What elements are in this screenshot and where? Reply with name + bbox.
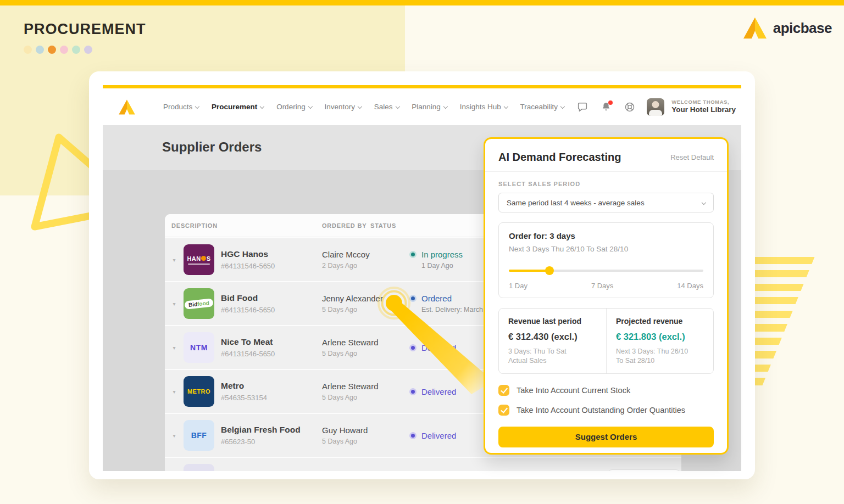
- nav-item-traceability[interactable]: Traceability: [520, 103, 564, 111]
- nav-item-inventory[interactable]: Inventory: [324, 103, 361, 111]
- slider-label-mid: 7 Days: [591, 282, 613, 290]
- description-cell: Bid Food#64131546-5650: [221, 293, 322, 314]
- chevron-down-icon: [443, 104, 448, 109]
- nav-item-planning[interactable]: Planning: [412, 103, 447, 111]
- app-logo-icon[interactable]: [118, 99, 136, 115]
- sales-period-select[interactable]: Same period last 4 weeks - average sales: [498, 193, 714, 212]
- row-expand-caret-icon[interactable]: ▾: [165, 389, 184, 395]
- top-accent-bar: [0, 0, 844, 5]
- description-cell: Belgian Fresh Food#65623-50: [221, 425, 322, 446]
- notification-dot: [608, 100, 613, 105]
- supplier-name: HGC Hanos: [221, 249, 322, 259]
- supplier-logo-text: Bidfood: [184, 298, 213, 309]
- supplier-logo-cell: HANS: [184, 244, 221, 275]
- supplier-logo-cell: BFF: [184, 420, 221, 451]
- nav-item-insights-hub[interactable]: Insights Hub: [460, 103, 508, 111]
- status-badge: Delivered: [421, 431, 456, 440]
- forecast-option-0[interactable]: Take Into Account Current Stock: [498, 385, 714, 396]
- ordered-ago: 5 Days Ago: [322, 394, 409, 401]
- order-reference: #65623-50: [221, 438, 322, 446]
- logo-sun-icon: [201, 256, 206, 261]
- nav-item-products[interactable]: Products: [163, 103, 199, 111]
- row-expand-caret-icon[interactable]: ▾: [165, 345, 184, 351]
- forecast-option-1[interactable]: Take Into Account Outstanding Order Quan…: [498, 405, 714, 416]
- chevron-down-icon: [702, 200, 706, 205]
- supplier-logo-cell: METRO: [184, 376, 221, 407]
- table-row[interactable]: ▾My Test SupplierJorge BellDelivered12.0…: [165, 458, 681, 471]
- palette-dot: [48, 46, 56, 54]
- ordered-by-name: Arlene Steward: [322, 382, 409, 391]
- nav-item-label: Products: [163, 103, 192, 111]
- row-expand-caret-icon[interactable]: ▾: [165, 257, 184, 263]
- supplier-logo-text: METRO: [187, 388, 210, 395]
- chat-icon[interactable]: [576, 100, 589, 114]
- apicbase-mark-icon: [742, 16, 768, 40]
- palette-dot: [84, 46, 92, 54]
- row-expand-caret-icon[interactable]: ▾: [165, 433, 184, 439]
- ordered-ago: 5 Days Ago: [322, 350, 409, 357]
- brand-logo: apicbase: [742, 16, 832, 40]
- col-ordered-by: ORDERED BY: [322, 222, 370, 229]
- row-expand-caret-icon[interactable]: ▾: [165, 301, 184, 307]
- chevron-down-icon: [358, 104, 362, 109]
- order-days-box: Order for: 3 days Next 3 Days Thu 26/10 …: [498, 222, 714, 298]
- order-reference: #64131546-5650: [221, 262, 322, 270]
- palette-dot: [60, 46, 68, 54]
- supplier-name: Nice To Meat: [221, 337, 322, 347]
- help-icon[interactable]: [623, 100, 636, 114]
- account-info[interactable]: WELCOME THOMAS, Your Hotel Library: [671, 99, 736, 115]
- page-title: PROCUREMENT: [24, 21, 146, 38]
- reset-default-link[interactable]: Reset Default: [670, 153, 714, 161]
- status-dot: [409, 432, 417, 439]
- nav-item-procurement[interactable]: Procurement: [212, 103, 264, 111]
- status-badge: Delivered: [421, 387, 456, 396]
- panel-title: AI Demand Forecasting: [498, 151, 621, 164]
- chevron-down-icon: [560, 104, 565, 109]
- revenue-last-value: € 312.430 (excl.): [508, 332, 597, 342]
- ordered-ago: 5 Days Ago: [322, 438, 409, 445]
- days-slider[interactable]: [509, 266, 703, 275]
- ordered-ago: 2 Days Ago: [322, 262, 409, 270]
- nav-item-label: Traceability: [520, 103, 558, 111]
- nav-item-label: Insights Hub: [460, 103, 501, 111]
- status-dot: [409, 388, 417, 395]
- slider-handle[interactable]: [545, 266, 554, 275]
- account-name: Your Hotel Library: [671, 105, 736, 115]
- ordered-by-cell: Arlene Steward5 Days Ago: [322, 338, 409, 357]
- projected-revenue-title: Projected revenue: [616, 317, 704, 326]
- chevron-down-icon: [395, 104, 399, 109]
- slider-label-min: 1 Day: [509, 282, 528, 290]
- ordered-by-name: Arlene Steward: [322, 338, 409, 347]
- slider-fill: [509, 270, 549, 272]
- checkbox-checked-icon[interactable]: [498, 405, 509, 416]
- checkbox-label: Take Into Account Current Stock: [517, 386, 630, 395]
- divider: [485, 171, 727, 172]
- slider-labels: 1 Day 7 Days 14 Days: [509, 282, 703, 290]
- select-sales-period-label: SELECT SALES PERIOD: [498, 181, 714, 187]
- revenue-last-period: Revenue last period € 312.430 (excl.) 3 …: [499, 309, 606, 373]
- status-badge: Delivered: [421, 343, 456, 352]
- ai-forecasting-panel: AI Demand Forecasting Reset Default SELE…: [484, 137, 729, 455]
- avatar[interactable]: [647, 98, 664, 116]
- action-cell: Match Inventory: [608, 469, 681, 472]
- ordered-by-cell: Claire Mccoy2 Days Ago: [322, 250, 409, 270]
- palette-dot: [72, 46, 80, 54]
- order-for-subtitle: Next 3 Days Thu 26/10 To Sat 28/10: [509, 245, 703, 253]
- nav-item-label: Inventory: [324, 103, 355, 111]
- supplier-logo: METRO: [184, 376, 214, 407]
- nav-item-ordering[interactable]: Ordering: [276, 103, 312, 111]
- nav-right: WELCOME THOMAS, Your Hotel Library: [576, 98, 736, 116]
- checkbox-checked-icon[interactable]: [498, 385, 509, 396]
- brand-name: apicbase: [773, 20, 832, 37]
- nav-item-sales[interactable]: Sales: [374, 103, 399, 111]
- match-inventory-button[interactable]: Match Inventory: [608, 469, 680, 472]
- projected-revenue-note: Next 3 Days: Thu 26/10 To Sat 28/10: [616, 347, 704, 366]
- nav-left: ProductsProcurementOrderingInventorySale…: [118, 99, 576, 115]
- order-reference: #54635-53154: [221, 394, 322, 402]
- bell-icon[interactable]: [599, 100, 613, 114]
- chevron-down-icon: [260, 104, 264, 109]
- hero: PROCUREMENT: [24, 21, 146, 54]
- suggest-orders-button[interactable]: Suggest Orders: [498, 427, 714, 447]
- top-navigation: ProductsProcurementOrderingInventorySale…: [103, 88, 741, 125]
- status-dot: [409, 251, 417, 258]
